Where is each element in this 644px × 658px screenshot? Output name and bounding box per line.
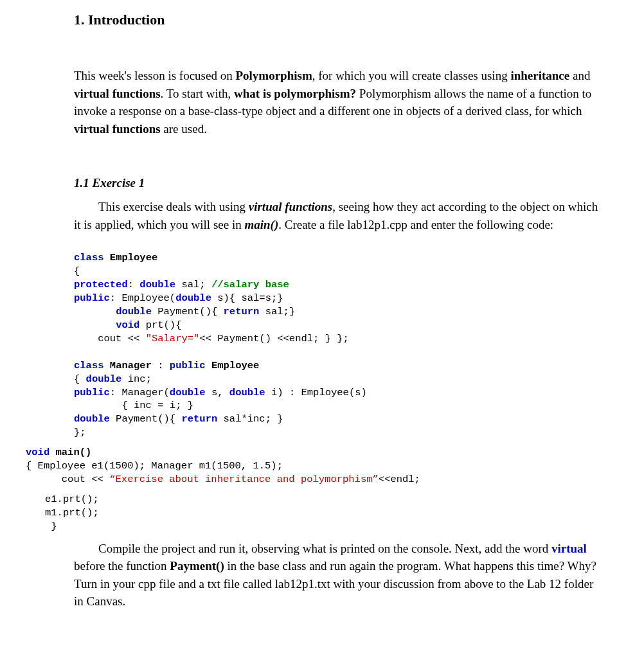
text: are used. — [161, 122, 207, 136]
class-name: Employee — [211, 360, 259, 371]
code-text: { inc = i; } — [74, 400, 193, 411]
keyword-public: public — [170, 360, 206, 371]
code-text: }; — [74, 427, 86, 438]
code-text: sal; — [175, 279, 211, 290]
class-name: Employee — [110, 252, 157, 263]
code-text: sal;} — [259, 306, 295, 317]
keyword-double: double — [116, 306, 152, 317]
brace: { — [74, 265, 80, 277]
text: This week's lesson is focused on — [74, 69, 235, 82]
keyword-protected: protected — [74, 279, 128, 290]
code-text: i) : Employee(s) — [265, 387, 367, 398]
document-page: 1. Introduction This week's lesson is fo… — [0, 0, 644, 636]
bold: virtual functions — [74, 122, 161, 136]
keyword-double: double — [170, 387, 206, 398]
string-literal: “Exercise about inheritance and polymorp… — [109, 474, 379, 485]
code-text: : Manager( — [110, 387, 170, 398]
code-text: s){ sal=s;} — [211, 292, 283, 304]
code-text: sal*inc; } — [217, 413, 283, 425]
keyword-virtual: virtual — [551, 542, 587, 555]
bold: inheritance — [510, 69, 569, 82]
code-text: cout << — [74, 333, 146, 344]
code-text: <<endl; — [379, 474, 420, 485]
text: Compile the project and run it, observin… — [98, 542, 551, 555]
keyword-double: double — [139, 279, 175, 290]
code-text: } — [45, 520, 57, 532]
colon: : — [128, 279, 134, 290]
intro-paragraph: This week's lesson is focused on Polymor… — [74, 67, 599, 138]
code-text: Payment(){ — [152, 306, 224, 317]
comment: //salary base — [211, 279, 289, 290]
keyword-double: double — [175, 292, 211, 304]
exercise-paragraph: This exercise deals with using virtual f… — [74, 198, 605, 233]
text: This exercise deals with using — [98, 200, 249, 213]
keyword-return: return — [181, 413, 217, 425]
string-literal: "Salary=" — [146, 333, 200, 344]
code-text: { Employee e1(1500); Manager m1(1500, 1.… — [26, 460, 283, 472]
keyword-return: return — [224, 306, 260, 317]
code-text: prt(){ — [139, 319, 181, 331]
keyword-class: class — [74, 360, 104, 371]
keyword-public: public — [74, 292, 110, 304]
keyword-double: double — [74, 413, 110, 425]
code-text: e1.prt(); — [45, 494, 99, 505]
code-text: : Employee( — [110, 292, 175, 304]
code-text: s, — [206, 387, 229, 398]
keyword-class: class — [74, 252, 104, 263]
sp — [134, 279, 139, 290]
text: , for which you will create classes usin… — [312, 69, 511, 82]
code-block-calls: e1.prt(); m1.prt(); } — [45, 493, 618, 533]
text: before the function — [74, 559, 170, 573]
heading-2: 1.1 Exercise 1 — [74, 176, 618, 190]
code-block-main: void main() { Employee e1(1500); Manager… — [26, 446, 618, 486]
keyword-double: double — [86, 373, 122, 385]
code-text: inc; — [121, 373, 152, 385]
text: . Create a file lab12p1.cpp and enter th… — [278, 218, 553, 231]
bold: Polymorphism — [235, 69, 312, 82]
heading-1: 1. Introduction — [74, 12, 618, 28]
code-text: Payment(){ — [110, 413, 182, 425]
keyword-double: double — [229, 387, 265, 398]
keyword-public: public — [74, 387, 110, 398]
code-text: cout << — [26, 474, 109, 485]
bold: virtual functions — [74, 87, 161, 100]
bold: Payment() — [170, 559, 224, 573]
bold-italic: main() — [244, 218, 278, 231]
code-block-employee: class Employee { protected: double sal; … — [74, 251, 618, 440]
code-text: : — [152, 360, 170, 371]
text: . To start with, — [161, 87, 234, 100]
text: and — [569, 69, 590, 82]
bold: what is polymorphism? — [234, 87, 356, 100]
bold-italic: virtual functions — [249, 200, 332, 213]
code-text: << Payment() <<endl; } }; — [199, 333, 349, 344]
keyword-void: void — [116, 319, 139, 331]
code-text: { — [74, 373, 86, 385]
keyword-void: void — [26, 447, 49, 458]
class-name: Manager — [110, 360, 152, 371]
main-name: main() — [49, 447, 91, 458]
closing-paragraph: Compile the project and run it, observin… — [74, 540, 605, 610]
code-text: m1.prt(); — [45, 507, 99, 519]
